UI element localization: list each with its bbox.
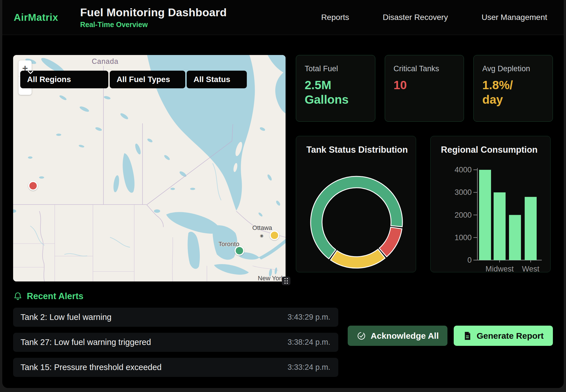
charts-row: Tank Status Distribution Regional Consum…: [296, 136, 553, 272]
alert-row[interactable]: Tank 27: Low fuel warning triggered 3:38…: [13, 333, 338, 352]
page-subtitle: Real-Time Overview: [80, 21, 227, 29]
generate-report-label: Generate Report: [477, 331, 543, 341]
svg-text:Midwest: Midwest: [485, 265, 514, 273]
map-svg: [13, 55, 286, 281]
bell-icon: [13, 291, 23, 301]
tank-marker-normal[interactable]: [235, 246, 244, 256]
right-column: Total Fuel 2.5M Gallons Critical Tanks 1…: [296, 55, 553, 281]
stat-value: 10: [394, 78, 444, 92]
stat-value: 1.8%/ day: [482, 78, 533, 107]
nav-item-user-management[interactable]: User Management: [482, 13, 547, 22]
alert-message: Tank 27: Low fuel warning triggered: [21, 338, 151, 347]
fuel-type-filter-value: All Fuel Types: [117, 75, 170, 84]
region-filter-value: All Regions: [27, 75, 71, 84]
stat-label: Avg Depletion: [482, 64, 544, 73]
stat-card-total-fuel: Total Fuel 2.5M Gallons: [296, 55, 375, 122]
alert-list: Tank 2: Low fuel warning 3:43:29 p.m. Ta…: [13, 308, 338, 383]
alert-actions: Acknowledge All Generate Report: [348, 326, 553, 346]
alert-message: Tank 15: Pressure threshold exceeded: [21, 363, 162, 372]
map-filters: All Regions All Fuel Types All Status: [20, 71, 247, 88]
page-title: Fuel Monitoring Dashboard: [80, 6, 227, 19]
tank-marker-critical[interactable]: [28, 181, 38, 191]
city-label-ottawa: Ottawa: [252, 224, 272, 232]
svg-text:4000: 4000: [455, 166, 472, 174]
svg-text:3000: 3000: [455, 188, 472, 197]
nav-item-reports[interactable]: Reports: [321, 13, 349, 22]
stat-card-avg-depletion: Avg Depletion 1.8%/ day: [473, 55, 553, 122]
brand-logo: AirMatrix: [14, 12, 58, 23]
alert-timestamp: 3:33:24 p.m.: [288, 363, 330, 372]
check-circle-icon: [357, 331, 366, 341]
map-canvas[interactable]: Canada OttawaTorontoNew York ◉ + − All R…: [13, 55, 286, 281]
generate-report-button[interactable]: Generate Report: [454, 326, 553, 346]
map-country-label: Canada: [92, 57, 119, 66]
stat-value: 2.5M Gallons: [305, 78, 355, 107]
alert-row[interactable]: Tank 15: Pressure threshold exceeded 3:3…: [13, 358, 338, 377]
map-drag-handle-icon[interactable]: [282, 277, 290, 285]
city-label-new-york: New York: [258, 275, 284, 281]
alerts-body: Tank 2: Low fuel warning 3:43:29 p.m. Ta…: [13, 308, 553, 383]
tank-status-chart-card: Tank Status Distribution: [296, 136, 416, 272]
header: AirMatrix Fuel Monitoring Dashboard Real…: [2, 0, 564, 35]
svg-text:West: West: [522, 265, 539, 273]
regional-consumption-chart-card: Regional Consumption 01000200030004000Mi…: [430, 136, 551, 272]
title-block: Fuel Monitoring Dashboard Real-Time Over…: [80, 6, 227, 29]
ottawa-town-icon: ◉: [260, 233, 263, 238]
status-filter-value: All Status: [194, 75, 230, 84]
stat-label: Total Fuel: [305, 64, 367, 73]
stats-row: Total Fuel 2.5M Gallons Critical Tanks 1…: [296, 55, 553, 122]
nav-item-disaster-recovery[interactable]: Disaster Recovery: [383, 13, 448, 22]
dashboard-app: AirMatrix Fuel Monitoring Dashboard Real…: [2, 0, 564, 388]
stat-card-critical-tanks: Critical Tanks 10: [385, 55, 464, 122]
map-panel[interactable]: Canada OttawaTorontoNew York ◉ + − All R…: [13, 55, 286, 281]
document-icon: [463, 331, 472, 341]
svg-text:1000: 1000: [455, 233, 472, 242]
main-nav: Reports Disaster Recovery User Managemen…: [321, 13, 552, 22]
status-filter-select[interactable]: All Status: [187, 71, 247, 88]
stat-label: Critical Tanks: [394, 64, 455, 73]
alerts-heading: Recent Alerts: [13, 291, 553, 301]
tank-marker-warning[interactable]: [270, 230, 279, 240]
recent-alerts-section: Recent Alerts Tank 2: Low fuel warning 3…: [2, 281, 564, 383]
acknowledge-all-button[interactable]: Acknowledge All: [348, 326, 447, 346]
fuel-type-filter-select[interactable]: All Fuel Types: [110, 71, 185, 88]
alert-timestamp: 3:38:24 p.m.: [288, 338, 330, 347]
alert-timestamp: 3:43:29 p.m.: [288, 313, 330, 322]
acknowledge-all-label: Acknowledge All: [371, 331, 439, 341]
region-filter-select[interactable]: All Regions: [20, 71, 108, 88]
alert-message: Tank 2: Low fuel warning: [21, 313, 111, 322]
alert-row[interactable]: Tank 2: Low fuel warning 3:43:29 p.m.: [13, 308, 338, 327]
donut-chart: [296, 136, 416, 273]
alerts-heading-label: Recent Alerts: [27, 291, 84, 301]
svg-text:2000: 2000: [455, 211, 472, 219]
bar-chart: 01000200030004000MidwestWest: [431, 136, 551, 273]
svg-text:0: 0: [467, 256, 472, 264]
main-content: Canada OttawaTorontoNew York ◉ + − All R…: [2, 35, 564, 281]
chevron-down-icon: [28, 71, 33, 74]
